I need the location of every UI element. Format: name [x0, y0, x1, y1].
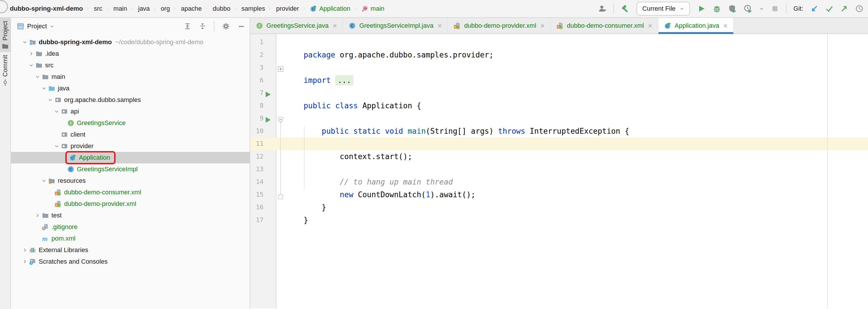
breadcrumb-item[interactable]: dubbo-spring-xml-demo [10, 5, 83, 12]
run-configuration-label: Current File [642, 5, 676, 12]
coverage-run-button[interactable] [728, 4, 737, 13]
code-line[interactable]: 6 [250, 74, 868, 87]
settings-gear-button[interactable] [222, 22, 230, 30]
chevron-down-icon[interactable] [34, 73, 41, 80]
breadcrumb-item[interactable]: mmain [362, 5, 384, 12]
line-number: 3 [250, 61, 264, 74]
editor-tab[interactable]: < dubbo-demo-provider.xml × [448, 18, 551, 34]
breadcrumb-separator-icon [174, 5, 178, 12]
tree-row[interactable]: org.apache.dubbo.samples [11, 94, 250, 106]
close-tab-icon[interactable]: × [333, 22, 337, 30]
code-line[interactable]: 13 // to hang up main thread [250, 163, 868, 176]
code-line[interactable]: 8 [250, 99, 868, 112]
breadcrumb-item[interactable]: src [94, 5, 102, 12]
tree-row[interactable]: CApplication [11, 152, 250, 164]
profiler-button[interactable] [744, 4, 752, 13]
tree-row[interactable]: test [11, 210, 250, 221]
chevron-down-icon[interactable] [47, 97, 54, 103]
breadcrumb-item[interactable]: provider [276, 5, 299, 12]
close-tab-icon[interactable]: × [437, 22, 442, 30]
tree-row[interactable]: CGreetingsServiceImpl [11, 164, 250, 175]
code-editor[interactable]: 1package org.apache.dubbo.samples.provid… [250, 34, 868, 308]
code-line[interactable]: 2 [250, 48, 868, 61]
history-clock-button[interactable] [855, 5, 863, 13]
chevron-down-icon[interactable] [53, 143, 60, 149]
tree-row[interactable]: .idea [11, 48, 250, 60]
tree-row[interactable]: resources [11, 175, 250, 186]
tab-label: GreetingsServiceImpl.java [359, 22, 433, 30]
breadcrumb-item[interactable]: CApplication [310, 5, 350, 12]
tree-row[interactable]: <dubbo-demo-consumer.xml [11, 186, 250, 198]
chevron-down-icon[interactable] [53, 108, 60, 115]
git-update-button[interactable] [810, 5, 818, 13]
class-run-icon: C [310, 5, 317, 12]
expand-all-button[interactable] [184, 23, 191, 30]
hide-panel-button[interactable] [238, 23, 245, 30]
tree-row[interactable]: client [11, 129, 250, 140]
chevron-down-icon[interactable] [40, 85, 48, 92]
chevron-right-icon[interactable] [28, 50, 35, 57]
editor-tab[interactable]: I GreetingsService.java × [250, 18, 343, 34]
tree-row[interactable]: IGreetingsService [11, 117, 250, 129]
breadcrumb-item[interactable]: dubbo [213, 5, 230, 12]
code-line[interactable]: 3import ... [250, 61, 868, 74]
breadcrumb-item[interactable]: main [113, 5, 127, 12]
run-configuration-select[interactable]: Current File [637, 2, 690, 15]
user-icon[interactable] [598, 4, 607, 13]
code-line[interactable]: 14 new CountDownLatch(1).await(); [250, 176, 868, 188]
code-line[interactable]: 16} [250, 201, 868, 214]
editor-tab[interactable]: C GreetingsServiceImpl.java × [343, 18, 448, 34]
chevron-down-icon[interactable] [21, 39, 28, 46]
tool-window-button-commit[interactable]: Commit [0, 52, 10, 89]
chevron-right-icon[interactable] [21, 258, 28, 265]
debug-button[interactable] [713, 4, 721, 13]
close-tab-icon[interactable]: × [540, 22, 545, 30]
tree-row[interactable]: src [11, 60, 250, 71]
editor-tab[interactable]: C Application.java × [658, 18, 734, 34]
close-tab-icon[interactable]: × [723, 22, 727, 30]
build-hammer-button[interactable] [621, 4, 630, 13]
editor-tab[interactable]: < dubbo-demo-consumer.xml × [551, 18, 658, 34]
line-number: 17 [250, 214, 264, 227]
gitignore-icon [41, 224, 49, 231]
breadcrumb-item[interactable]: apache [181, 5, 202, 12]
folder-java-icon [48, 85, 56, 92]
tree-row[interactable]: java [11, 82, 250, 94]
tree-row[interactable]: Scratches and Consoles [11, 256, 250, 267]
code-line[interactable]: 9 public static void main(String[] args)… [250, 112, 868, 125]
code-line[interactable]: 1package org.apache.dubbo.samples.provid… [250, 36, 868, 48]
code-line[interactable]: 11 context.start(); [250, 137, 868, 150]
git-commit-button[interactable] [825, 5, 833, 13]
chevron-down-icon[interactable] [28, 62, 35, 69]
tree-row[interactable]: .gitignore [11, 221, 250, 233]
tab-label: Application.java [675, 22, 719, 30]
tree-row[interactable]: api [11, 106, 250, 117]
collapse-all-button[interactable] [199, 23, 206, 30]
run-button[interactable] [697, 4, 706, 13]
tree-row[interactable]: <dubbo-demo-provider.xml [11, 198, 250, 210]
tree-row[interactable]: mpom.xml [11, 233, 250, 244]
tree-indent-spacer [34, 224, 41, 231]
chevron-down-icon[interactable] [40, 177, 48, 184]
code-line[interactable]: 15 } [250, 188, 868, 201]
line-number: 9 [250, 112, 264, 125]
breadcrumb-item[interactable]: org [161, 5, 170, 12]
code-line[interactable]: 17 [250, 214, 868, 227]
tool-window-button-project[interactable]: Project [0, 18, 10, 52]
tree-row[interactable]: dubbo-spring-xml-demo~/code/dubbo-spring… [11, 36, 250, 48]
code-line[interactable]: 12 [250, 150, 868, 163]
project-panel-title[interactable]: Project [27, 23, 47, 30]
close-tab-icon[interactable]: × [648, 22, 652, 30]
tree-row[interactable]: provider [11, 140, 250, 152]
breadcrumb-item[interactable]: java [138, 5, 150, 12]
chevron-down-icon[interactable] [50, 24, 54, 29]
chevron-right-icon[interactable] [34, 212, 41, 219]
chevron-right-icon[interactable] [21, 247, 28, 253]
code-line[interactable]: 7public class Application { [250, 87, 868, 99]
breadcrumb-item[interactable]: samples [242, 5, 265, 12]
git-push-button[interactable] [840, 5, 848, 13]
tree-row[interactable]: main [11, 71, 250, 82]
chevron-down-icon[interactable] [760, 6, 764, 11]
tree-row[interactable]: External Libraries [11, 244, 250, 256]
code-line[interactable]: 10 ClassPathXmlApplicationContext contex… [250, 125, 868, 137]
